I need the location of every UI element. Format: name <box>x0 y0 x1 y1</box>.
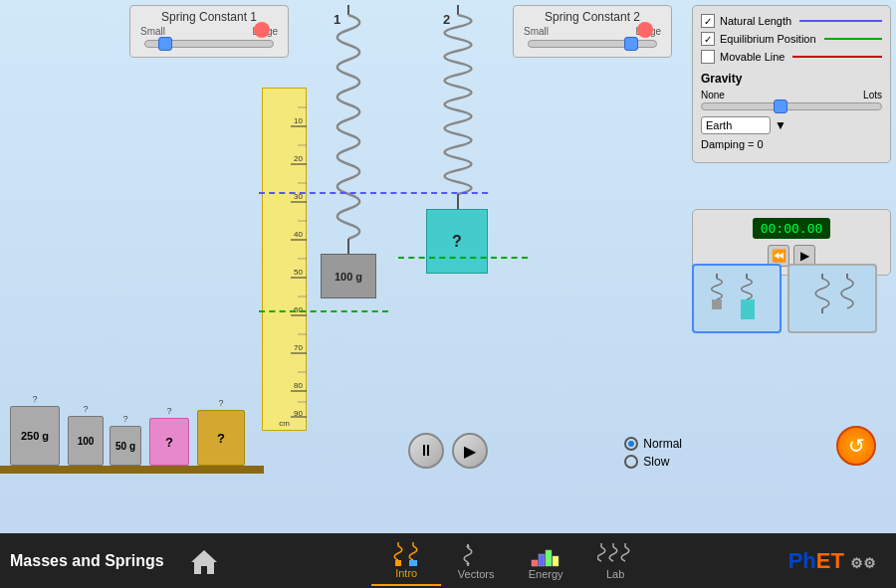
spring2-title: Spring Constant 2 <box>524 10 661 24</box>
gravity-thumb[interactable] <box>774 99 787 113</box>
speed-controls: Normal Slow <box>624 437 682 469</box>
equilibrium-label: Equilibrium Position <box>720 33 816 45</box>
tab-intro[interactable]: Intro <box>371 536 441 586</box>
timer-display: 00:00.00 <box>753 218 831 239</box>
movable-line-checkbox[interactable] <box>701 50 715 64</box>
svg-rect-33 <box>409 560 417 566</box>
phet-logo: PhET ⚙⚙ <box>788 548 876 574</box>
spring1-slider-thumb[interactable] <box>158 37 172 51</box>
slow-label: Slow <box>643 455 669 469</box>
normal-speed-row[interactable]: Normal <box>624 437 682 451</box>
pause-icon: ⏸ <box>418 442 434 460</box>
mass-100g-label: 100 <box>78 436 95 447</box>
mass-mystery-gold[interactable]: ? ? <box>197 410 245 466</box>
mass-gold-question: ? <box>218 398 223 408</box>
slow-radio[interactable] <box>624 455 638 469</box>
intro-tab-icon <box>388 541 424 567</box>
step-icon: ▶ <box>464 442 476 461</box>
home-icon <box>189 546 219 576</box>
svg-marker-29 <box>191 550 217 574</box>
slow-speed-row[interactable]: Slow <box>624 455 682 469</box>
spring2-slider-track[interactable] <box>528 40 657 48</box>
mass-100g-question: ? <box>83 404 88 414</box>
normal-radio[interactable] <box>624 437 638 451</box>
tab-energy[interactable]: Energy <box>511 536 580 586</box>
movable-line-indicator <box>792 56 882 58</box>
spring1-control: Spring Constant 1 Small Large <box>129 5 289 58</box>
spring1-reset-btn[interactable] <box>254 22 270 38</box>
refresh-button[interactable]: ↺ <box>836 426 876 466</box>
scene-panels <box>692 264 891 333</box>
tab-energy-label: Energy <box>529 568 563 580</box>
natural-length-label: Natural Length <box>720 15 791 27</box>
tab-intro-label: Intro <box>395 567 417 579</box>
sim-area: Spring Constant 1 Small Large Spring Con… <box>0 0 896 533</box>
gravity-slider[interactable] <box>701 102 882 110</box>
spring1-slider-track[interactable] <box>144 40 274 48</box>
natural-length-line <box>259 192 488 194</box>
mass-250g-label: 250 g <box>21 430 49 442</box>
nav-tabs: Intro Vectors Energy <box>234 536 788 586</box>
refresh-icon: ↺ <box>848 434 865 458</box>
hanging-mass-2-label: ? <box>452 233 462 251</box>
equilibrium-row: ✓ Equilibrium Position <box>701 32 882 46</box>
pause-button[interactable]: ⏸ <box>408 433 444 469</box>
gravity-none-label: None <box>701 90 725 100</box>
home-button[interactable] <box>184 541 224 581</box>
hanging-mass-2[interactable]: ? <box>426 209 488 274</box>
svg-rect-25 <box>741 299 755 319</box>
svg-rect-41 <box>546 550 552 566</box>
normal-label: Normal <box>643 437 682 451</box>
spring2-control: Spring Constant 2 Small Large <box>513 5 672 58</box>
svg-rect-23 <box>712 299 722 309</box>
spring2-assembly: ? <box>418 5 498 267</box>
mass-50g-label: 50 g <box>115 441 135 452</box>
scene2-icon <box>792 269 872 328</box>
scene1-icon <box>697 269 777 328</box>
gravity-section: Gravity None Lots Earth ▼ Damping = 0 <box>701 72 882 150</box>
natural-length-indicator <box>799 20 882 22</box>
svg-rect-39 <box>532 560 538 566</box>
equilibrium-line-1 <box>259 310 388 312</box>
spring1-small-label: Small <box>140 26 165 37</box>
vectors-tab-icon <box>458 542 494 568</box>
spring2-reset-btn[interactable] <box>637 22 653 38</box>
tab-vectors[interactable]: Vectors <box>441 536 511 586</box>
scene-thumb-2[interactable] <box>787 264 877 333</box>
hanging-mass-1[interactable]: 100 g <box>321 254 376 298</box>
shelf <box>0 466 264 474</box>
mass-pink-label: ? <box>165 435 173 450</box>
tab-vectors-label: Vectors <box>458 568 495 580</box>
lab-tab-icon <box>597 542 633 568</box>
mass-gold-label: ? <box>217 431 225 446</box>
ruler[interactable]: 10 20 30 40 50 60 70 80 90 cm <box>262 88 307 431</box>
step-button[interactable]: ▶ <box>452 433 488 469</box>
tab-lab[interactable]: Lab <box>580 536 650 586</box>
mass-100g[interactable]: ? 100 <box>68 416 104 466</box>
tab-lab-label: Lab <box>606 568 624 580</box>
spring2-slider-thumb[interactable] <box>624 37 638 51</box>
planet-select[interactable]: Earth <box>701 116 771 134</box>
energy-tab-icon <box>528 542 563 568</box>
equilibrium-checkbox[interactable]: ✓ <box>701 32 715 46</box>
svg-marker-38 <box>466 544 470 547</box>
equilibrium-indicator <box>824 38 882 40</box>
spring1-title: Spring Constant 1 <box>140 10 278 24</box>
equilibrium-line-2 <box>398 257 528 259</box>
lines-panel: ✓ Natural Length ✓ Equilibrium Position … <box>692 5 891 163</box>
movable-line-label: Movable Line <box>720 51 784 63</box>
scene-thumb-1[interactable] <box>692 264 782 333</box>
playback-controls: ⏸ ▶ <box>408 433 488 469</box>
mass-250g[interactable]: ? 250 g <box>10 406 60 466</box>
movable-line-row: Movable Line <box>701 50 882 64</box>
mass-50g[interactable]: ? 50 g <box>110 426 141 466</box>
natural-length-checkbox[interactable]: ✓ <box>701 14 715 28</box>
app-title: Masses and Springs <box>10 552 164 570</box>
gravity-lots-label: Lots <box>863 90 882 100</box>
dropdown-arrow[interactable]: ▼ <box>775 118 786 132</box>
mass-mystery-pink[interactable]: ? ? <box>149 418 189 466</box>
damping-label: Damping = 0 <box>701 138 882 150</box>
spring1-assembly: 100 g <box>309 5 388 326</box>
gravity-title: Gravity <box>701 72 882 86</box>
svg-rect-40 <box>539 554 545 566</box>
